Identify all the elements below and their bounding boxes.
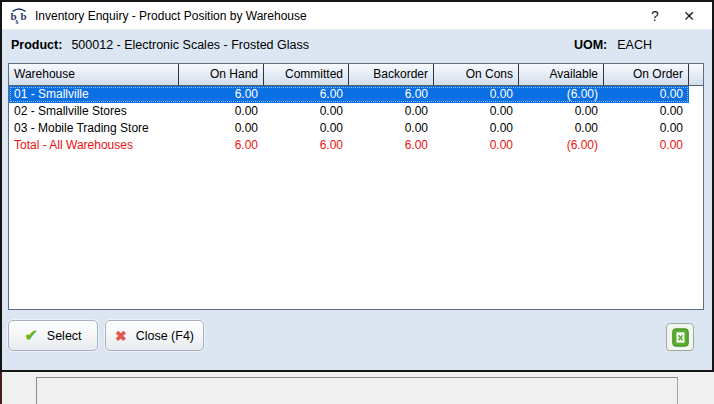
cell-warehouse: 03 - Mobile Trading Store (9, 120, 179, 137)
row-strip: 03 - Mobile Trading Store0.000.000.000.0… (9, 120, 689, 137)
cell-value: 0.00 (264, 120, 349, 137)
cell-value: 0.00 (604, 103, 689, 120)
cell-value: 6.00 (264, 86, 349, 103)
column-header-warehouse[interactable]: Warehouse (9, 64, 179, 85)
excel-export-icon (672, 328, 689, 347)
red-x-icon: ✖ (115, 329, 127, 343)
parent-status-bar (0, 372, 714, 404)
product-header-bar: Product: 500012 - Electronic Scales - Fr… (2, 30, 712, 60)
table-row-total[interactable]: Total - All Warehouses6.006.006.000.00(6… (9, 137, 703, 154)
table-header: WarehouseOn HandCommittedBackorderOn Con… (9, 64, 703, 86)
cell-value: 0.00 (179, 120, 264, 137)
cell-value: 0.00 (519, 120, 604, 137)
cell-value: 0.00 (604, 86, 689, 103)
column-header-filler (689, 64, 703, 85)
column-header-on-order[interactable]: On Order (604, 64, 689, 85)
svg-text:b: b (21, 9, 27, 21)
row-strip: Total - All Warehouses6.006.006.000.00(6… (9, 137, 689, 154)
cell-value: (6.00) (519, 137, 604, 154)
window-close-button[interactable]: ✕ (672, 2, 706, 29)
cell-value: 0.00 (604, 137, 689, 154)
cell-value: 6.00 (264, 137, 349, 154)
cell-value: 0.00 (434, 137, 519, 154)
help-button[interactable]: ? (638, 2, 672, 29)
cell-value: 6.00 (179, 86, 264, 103)
cell-value: 6.00 (179, 137, 264, 154)
cell-value: 0.00 (179, 103, 264, 120)
inventory-enquiry-dialog: b b s Inventory Enquiry - Product Positi… (0, 0, 714, 372)
cell-value: 0.00 (519, 103, 604, 120)
excel-export-button[interactable] (666, 323, 694, 351)
desktop-background-sliver (0, 372, 2, 404)
column-header-backorder[interactable]: Backorder (349, 64, 434, 85)
select-button-label: Select (47, 329, 82, 343)
cell-value: 0.00 (434, 103, 519, 120)
status-message-field (36, 377, 678, 404)
table-body: 01 - Smallville6.006.006.000.00(6.00)0.0… (9, 86, 703, 154)
window-title: Inventory Enquiry - Product Position by … (35, 9, 307, 23)
cell-value: 0.00 (349, 103, 434, 120)
close-f4-button[interactable]: ✖ Close (F4) (105, 320, 204, 351)
column-header-committed[interactable]: Committed (264, 64, 349, 85)
cell-value: 0.00 (349, 120, 434, 137)
row-strip: 02 - Smallville Stores0.000.000.000.000.… (9, 103, 689, 120)
select-button[interactable]: ✔ Select (8, 320, 98, 351)
table-row[interactable]: 02 - Smallville Stores0.000.000.000.000.… (9, 103, 703, 120)
cell-value: (6.00) (519, 86, 604, 103)
uom-group: UOM: EACH (574, 38, 712, 52)
uom-label: UOM: (574, 38, 607, 52)
warehouse-table: WarehouseOn HandCommittedBackorderOn Con… (8, 63, 704, 310)
cell-value: 6.00 (349, 86, 434, 103)
cell-value: 6.00 (349, 137, 434, 154)
table-row[interactable]: 03 - Mobile Trading Store0.000.000.000.0… (9, 120, 703, 137)
table-row[interactable]: 01 - Smallville6.006.006.000.00(6.00)0.0… (9, 86, 703, 103)
title-bar: b b s Inventory Enquiry - Product Positi… (2, 2, 712, 30)
cell-warehouse: Total - All Warehouses (9, 137, 179, 154)
check-icon: ✔ (24, 328, 37, 344)
column-header-on-hand[interactable]: On Hand (179, 64, 264, 85)
close-button-label: Close (F4) (136, 329, 194, 343)
cell-warehouse: 02 - Smallville Stores (9, 103, 179, 120)
cell-value: 0.00 (434, 86, 519, 103)
svg-text:s: s (16, 17, 19, 25)
cell-warehouse: 01 - Smallville (9, 86, 179, 103)
app-logo-icon: b b s (9, 7, 29, 25)
product-label: Product: (11, 38, 62, 52)
cell-value: 0.00 (604, 120, 689, 137)
cell-value: 0.00 (264, 103, 349, 120)
uom-value: EACH (617, 38, 652, 52)
product-value: 500012 - Electronic Scales - Frosted Gla… (71, 38, 309, 52)
column-header-on-cons[interactable]: On Cons (434, 64, 519, 85)
column-header-available[interactable]: Available (519, 64, 604, 85)
cell-value: 0.00 (434, 120, 519, 137)
row-strip: 01 - Smallville6.006.006.000.00(6.00)0.0… (9, 86, 689, 103)
